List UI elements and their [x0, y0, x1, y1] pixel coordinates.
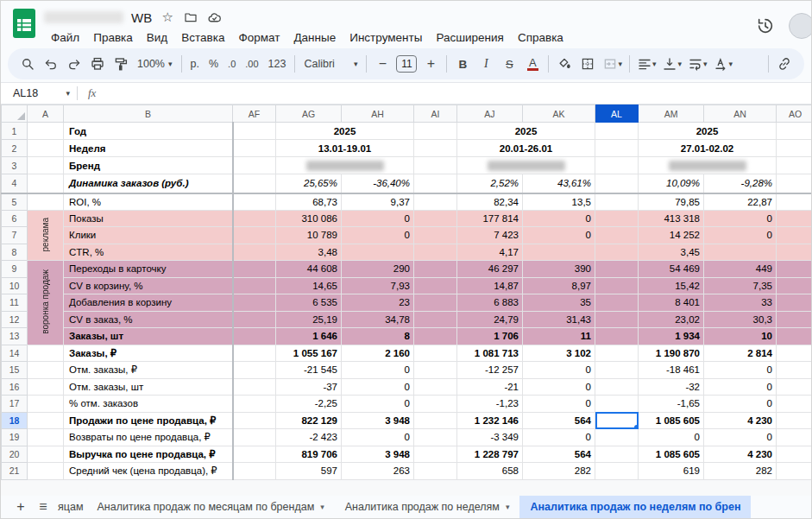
- cell[interactable]: 33: [704, 294, 777, 312]
- strikethrough-button[interactable]: S: [498, 53, 520, 75]
- cell[interactable]: 0: [342, 429, 414, 446]
- cell[interactable]: [28, 429, 64, 446]
- column-header-AJ[interactable]: AJ: [457, 105, 523, 123]
- cell[interactable]: [414, 463, 457, 480]
- cell[interactable]: [777, 378, 812, 396]
- cell[interactable]: [414, 378, 457, 396]
- cell[interactable]: [595, 210, 639, 227]
- cell[interactable]: [595, 244, 639, 261]
- cell[interactable]: [233, 227, 276, 244]
- cell[interactable]: [777, 174, 812, 193]
- cell[interactable]: -3 349: [457, 429, 523, 446]
- cell[interactable]: -37: [276, 378, 342, 396]
- cell[interactable]: [233, 412, 276, 429]
- horizontal-align-icon[interactable]: ▾: [634, 53, 659, 75]
- search-icon[interactable]: [16, 53, 39, 75]
- menu-item[interactable]: Вставка: [174, 28, 231, 47]
- row-header-13[interactable]: 13: [2, 328, 28, 345]
- cell[interactable]: [414, 412, 457, 429]
- row-header-14[interactable]: 14: [2, 345, 28, 362]
- cell[interactable]: 4 230: [704, 446, 777, 463]
- cell[interactable]: [233, 193, 276, 211]
- cell[interactable]: [457, 157, 595, 174]
- cell[interactable]: [414, 227, 457, 244]
- cell[interactable]: [595, 429, 639, 446]
- row-header-16[interactable]: 16: [2, 378, 28, 396]
- cell[interactable]: [595, 227, 639, 244]
- cell[interactable]: [28, 446, 64, 463]
- cell[interactable]: [414, 210, 457, 227]
- cell[interactable]: [233, 157, 276, 174]
- sheets-logo-icon[interactable]: [13, 9, 35, 41]
- paint-format-icon[interactable]: [110, 53, 132, 75]
- cell[interactable]: 25,65%: [276, 174, 342, 193]
- cell[interactable]: [777, 311, 812, 328]
- cell[interactable]: [777, 463, 812, 480]
- cell[interactable]: [595, 193, 639, 211]
- column-header-B[interactable]: B: [64, 105, 233, 123]
- cell[interactable]: [233, 463, 276, 480]
- version-history-icon[interactable]: [756, 16, 775, 35]
- cell[interactable]: 282: [523, 463, 595, 480]
- cell[interactable]: 3 102: [523, 345, 595, 362]
- italic-button[interactable]: I: [475, 53, 497, 75]
- cell[interactable]: [595, 396, 639, 413]
- cell[interactable]: -18 461: [639, 362, 704, 379]
- font-size-input[interactable]: 11: [396, 55, 417, 73]
- cell[interactable]: 34,78: [342, 311, 414, 328]
- cell[interactable]: [414, 140, 457, 157]
- row-header-1[interactable]: 1: [2, 123, 28, 140]
- cell[interactable]: [233, 362, 276, 379]
- sheet-tab[interactable]: Аналитика продаж по месяцам по брендам▾: [86, 496, 334, 518]
- cell[interactable]: [414, 174, 457, 193]
- cell[interactable]: 449: [704, 261, 777, 278]
- cell[interactable]: -2,25: [276, 396, 342, 413]
- row-label[interactable]: Клики: [64, 227, 233, 244]
- cell[interactable]: 0: [523, 362, 595, 379]
- cell[interactable]: 1 934: [639, 328, 704, 345]
- column-header-AF[interactable]: AF: [233, 105, 276, 123]
- sheet-tab[interactable]: Аналитика продаж по неделям по брен: [519, 496, 751, 518]
- menu-item[interactable]: Расширения: [429, 28, 511, 47]
- cell[interactable]: 0: [342, 362, 414, 379]
- cell[interactable]: 0: [342, 378, 414, 396]
- cell[interactable]: 0: [704, 210, 777, 227]
- cell[interactable]: 658: [457, 463, 523, 480]
- cell[interactable]: 819 706: [276, 446, 342, 463]
- decrease-font-size-button[interactable]: −: [371, 53, 393, 75]
- cell[interactable]: [233, 345, 276, 362]
- text-rotation-icon[interactable]: ▾: [711, 53, 736, 75]
- cell[interactable]: [28, 174, 64, 193]
- cell[interactable]: [777, 244, 812, 261]
- cell[interactable]: 14,65: [276, 277, 342, 294]
- cell[interactable]: 6 883: [457, 294, 523, 312]
- cell[interactable]: 6 535: [276, 294, 342, 312]
- cell[interactable]: [28, 378, 64, 396]
- cell[interactable]: [28, 157, 64, 174]
- cell[interactable]: [777, 193, 812, 211]
- document-title-suffix[interactable]: WB: [131, 10, 152, 25]
- cell[interactable]: 82,34: [457, 193, 523, 211]
- row-label[interactable]: Переходы в карточку: [64, 261, 233, 278]
- cell[interactable]: 1 081 713: [457, 345, 523, 362]
- cell[interactable]: [414, 446, 457, 463]
- cell[interactable]: [233, 396, 276, 413]
- row-header-17[interactable]: 17: [2, 396, 28, 413]
- row-header-10[interactable]: 10: [2, 277, 28, 294]
- cell[interactable]: -21 545: [276, 362, 342, 379]
- column-header-AI[interactable]: AI: [414, 105, 457, 123]
- menu-item[interactable]: Данные: [286, 28, 343, 47]
- row-label[interactable]: Отм. заказы, шт: [64, 378, 233, 396]
- cell[interactable]: 2025: [276, 123, 414, 140]
- cell[interactable]: [28, 362, 64, 379]
- select-all-corner[interactable]: [2, 105, 28, 123]
- cell[interactable]: 564: [523, 446, 595, 463]
- cell[interactable]: [233, 123, 276, 140]
- row-label[interactable]: Отм. заказы, ₽: [64, 362, 233, 379]
- row-label[interactable]: Заказы, ₽: [64, 345, 233, 362]
- cell[interactable]: 8 401: [639, 294, 704, 312]
- sheet-tab-partial[interactable]: яцам: [54, 496, 86, 518]
- cell[interactable]: [595, 362, 639, 379]
- cell[interactable]: 13,5: [523, 193, 595, 211]
- all-sheets-button[interactable]: ≡: [32, 496, 54, 518]
